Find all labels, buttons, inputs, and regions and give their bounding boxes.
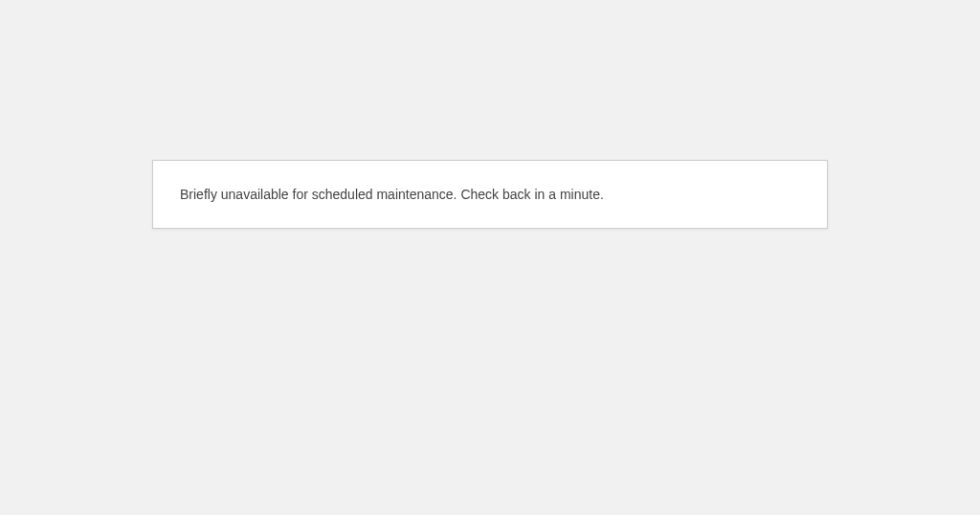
maintenance-card: Briefly unavailable for scheduled mainte…	[152, 160, 828, 229]
maintenance-message: Briefly unavailable for scheduled mainte…	[180, 184, 800, 205]
